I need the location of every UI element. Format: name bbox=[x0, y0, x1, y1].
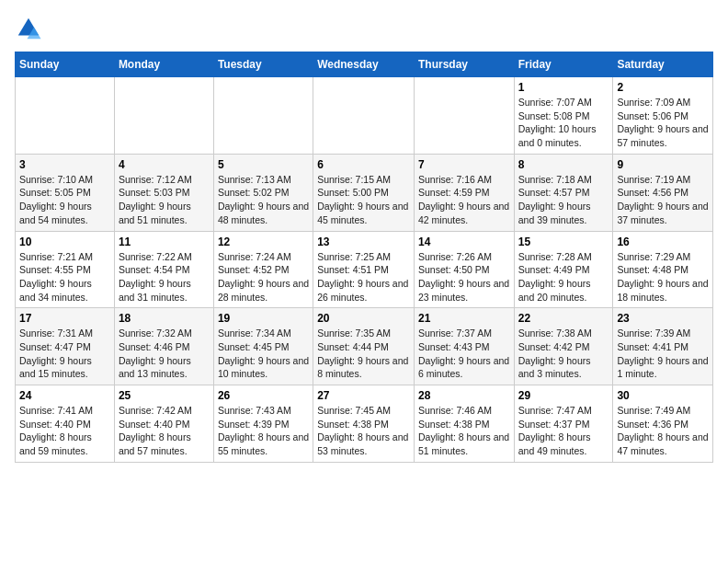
day-info: Sunrise: 7:34 AM Sunset: 4:45 PM Dayligh… bbox=[218, 327, 309, 381]
calendar-cell: 13Sunrise: 7:25 AM Sunset: 4:51 PM Dayli… bbox=[313, 231, 415, 308]
day-number: 24 bbox=[19, 389, 110, 402]
calendar-cell: 1Sunrise: 7:07 AM Sunset: 5:08 PM Daylig… bbox=[514, 77, 613, 155]
calendar-cell: 27Sunrise: 7:45 AM Sunset: 4:38 PM Dayli… bbox=[313, 385, 415, 463]
day-info: Sunrise: 7:39 AM Sunset: 4:41 PM Dayligh… bbox=[617, 327, 709, 381]
day-number: 22 bbox=[518, 312, 609, 325]
day-info: Sunrise: 7:10 AM Sunset: 5:05 PM Dayligh… bbox=[19, 173, 110, 227]
calendar-cell: 12Sunrise: 7:24 AM Sunset: 4:52 PM Dayli… bbox=[213, 231, 313, 308]
calendar-week-3: 10Sunrise: 7:21 AM Sunset: 4:55 PM Dayli… bbox=[16, 231, 713, 308]
day-info: Sunrise: 7:29 AM Sunset: 4:48 PM Dayligh… bbox=[617, 250, 709, 304]
calendar-cell: 18Sunrise: 7:32 AM Sunset: 4:46 PM Dayli… bbox=[114, 308, 213, 385]
day-info: Sunrise: 7:24 AM Sunset: 4:52 PM Dayligh… bbox=[218, 250, 309, 304]
day-info: Sunrise: 7:15 AM Sunset: 5:00 PM Dayligh… bbox=[317, 173, 410, 227]
logo-icon bbox=[15, 15, 42, 42]
weekday-header-friday: Friday bbox=[514, 52, 613, 77]
day-info: Sunrise: 7:32 AM Sunset: 4:46 PM Dayligh… bbox=[119, 327, 210, 381]
day-number: 5 bbox=[218, 158, 309, 171]
day-number: 14 bbox=[418, 236, 510, 248]
calendar-cell: 30Sunrise: 7:49 AM Sunset: 4:36 PM Dayli… bbox=[613, 385, 713, 463]
calendar-cell: 10Sunrise: 7:21 AM Sunset: 4:55 PM Dayli… bbox=[16, 231, 115, 308]
day-info: Sunrise: 7:45 AM Sunset: 4:38 PM Dayligh… bbox=[317, 404, 410, 458]
day-info: Sunrise: 7:37 AM Sunset: 4:43 PM Dayligh… bbox=[418, 327, 510, 381]
day-number: 17 bbox=[19, 312, 110, 325]
calendar-cell bbox=[213, 77, 313, 155]
weekday-header-thursday: Thursday bbox=[414, 52, 514, 77]
calendar-cell: 6Sunrise: 7:15 AM Sunset: 5:00 PM Daylig… bbox=[313, 154, 415, 231]
calendar-cell: 2Sunrise: 7:09 AM Sunset: 5:06 PM Daylig… bbox=[613, 77, 713, 155]
day-number: 11 bbox=[119, 236, 210, 248]
calendar-cell bbox=[414, 77, 514, 155]
day-number: 1 bbox=[518, 81, 609, 94]
calendar-cell: 26Sunrise: 7:43 AM Sunset: 4:39 PM Dayli… bbox=[213, 385, 313, 463]
day-info: Sunrise: 7:25 AM Sunset: 4:51 PM Dayligh… bbox=[317, 250, 410, 304]
day-info: Sunrise: 7:19 AM Sunset: 4:56 PM Dayligh… bbox=[617, 173, 709, 227]
weekday-header-saturday: Saturday bbox=[613, 52, 713, 77]
day-number: 29 bbox=[518, 389, 609, 402]
day-info: Sunrise: 7:16 AM Sunset: 4:59 PM Dayligh… bbox=[418, 173, 510, 227]
weekday-header-sunday: Sunday bbox=[16, 52, 115, 77]
calendar-cell: 7Sunrise: 7:16 AM Sunset: 4:59 PM Daylig… bbox=[414, 154, 514, 231]
calendar-cell: 16Sunrise: 7:29 AM Sunset: 4:48 PM Dayli… bbox=[613, 231, 713, 308]
calendar-cell: 17Sunrise: 7:31 AM Sunset: 4:47 PM Dayli… bbox=[16, 308, 115, 385]
day-number: 9 bbox=[617, 158, 709, 171]
calendar-cell: 3Sunrise: 7:10 AM Sunset: 5:05 PM Daylig… bbox=[16, 154, 115, 231]
calendar-cell: 8Sunrise: 7:18 AM Sunset: 4:57 PM Daylig… bbox=[514, 154, 613, 231]
day-info: Sunrise: 7:13 AM Sunset: 5:02 PM Dayligh… bbox=[218, 173, 309, 227]
calendar-header: SundayMondayTuesdayWednesdayThursdayFrid… bbox=[16, 52, 713, 77]
day-info: Sunrise: 7:28 AM Sunset: 4:49 PM Dayligh… bbox=[518, 250, 609, 304]
day-info: Sunrise: 7:26 AM Sunset: 4:50 PM Dayligh… bbox=[418, 250, 510, 304]
day-info: Sunrise: 7:38 AM Sunset: 4:42 PM Dayligh… bbox=[518, 327, 609, 381]
calendar-cell: 25Sunrise: 7:42 AM Sunset: 4:40 PM Dayli… bbox=[114, 385, 213, 463]
day-number: 19 bbox=[218, 312, 309, 325]
day-number: 10 bbox=[19, 236, 110, 248]
day-info: Sunrise: 7:35 AM Sunset: 4:44 PM Dayligh… bbox=[317, 327, 410, 381]
calendar-week-2: 3Sunrise: 7:10 AM Sunset: 5:05 PM Daylig… bbox=[16, 154, 713, 231]
day-info: Sunrise: 7:12 AM Sunset: 5:03 PM Dayligh… bbox=[119, 173, 210, 227]
day-number: 30 bbox=[617, 389, 709, 402]
day-info: Sunrise: 7:22 AM Sunset: 4:54 PM Dayligh… bbox=[119, 250, 210, 304]
calendar-table: SundayMondayTuesdayWednesdayThursdayFrid… bbox=[15, 52, 713, 463]
day-info: Sunrise: 7:21 AM Sunset: 4:55 PM Dayligh… bbox=[19, 250, 110, 304]
day-info: Sunrise: 7:46 AM Sunset: 4:38 PM Dayligh… bbox=[418, 404, 510, 458]
calendar-week-5: 24Sunrise: 7:41 AM Sunset: 4:40 PM Dayli… bbox=[16, 385, 713, 463]
day-info: Sunrise: 7:31 AM Sunset: 4:47 PM Dayligh… bbox=[19, 327, 110, 381]
day-number: 16 bbox=[617, 236, 709, 248]
day-number: 18 bbox=[119, 312, 210, 325]
day-number: 7 bbox=[418, 158, 510, 171]
day-info: Sunrise: 7:49 AM Sunset: 4:36 PM Dayligh… bbox=[617, 404, 709, 458]
calendar-cell: 24Sunrise: 7:41 AM Sunset: 4:40 PM Dayli… bbox=[16, 385, 115, 463]
day-number: 8 bbox=[518, 158, 609, 171]
day-number: 15 bbox=[518, 236, 609, 248]
calendar-cell: 14Sunrise: 7:26 AM Sunset: 4:50 PM Dayli… bbox=[414, 231, 514, 308]
day-number: 25 bbox=[119, 389, 210, 402]
calendar-cell: 29Sunrise: 7:47 AM Sunset: 4:37 PM Dayli… bbox=[514, 385, 613, 463]
calendar-week-4: 17Sunrise: 7:31 AM Sunset: 4:47 PM Dayli… bbox=[16, 308, 713, 385]
day-number: 13 bbox=[317, 236, 410, 248]
calendar-cell: 4Sunrise: 7:12 AM Sunset: 5:03 PM Daylig… bbox=[114, 154, 213, 231]
calendar-cell bbox=[16, 77, 115, 155]
calendar-cell: 19Sunrise: 7:34 AM Sunset: 4:45 PM Dayli… bbox=[213, 308, 313, 385]
day-info: Sunrise: 7:09 AM Sunset: 5:06 PM Dayligh… bbox=[617, 96, 709, 150]
day-number: 4 bbox=[119, 158, 210, 171]
day-info: Sunrise: 7:47 AM Sunset: 4:37 PM Dayligh… bbox=[518, 404, 609, 458]
calendar-cell: 20Sunrise: 7:35 AM Sunset: 4:44 PM Dayli… bbox=[313, 308, 415, 385]
calendar-cell: 28Sunrise: 7:46 AM Sunset: 4:38 PM Dayli… bbox=[414, 385, 514, 463]
calendar-cell bbox=[313, 77, 415, 155]
header bbox=[15, 15, 713, 42]
weekday-header-wednesday: Wednesday bbox=[313, 52, 415, 77]
day-number: 3 bbox=[19, 158, 110, 171]
day-number: 26 bbox=[218, 389, 309, 402]
weekday-header-monday: Monday bbox=[114, 52, 213, 77]
day-info: Sunrise: 7:07 AM Sunset: 5:08 PM Dayligh… bbox=[518, 96, 609, 150]
logo bbox=[15, 15, 46, 42]
calendar-cell bbox=[114, 77, 213, 155]
day-number: 6 bbox=[317, 158, 410, 171]
day-number: 21 bbox=[418, 312, 510, 325]
calendar-cell: 22Sunrise: 7:38 AM Sunset: 4:42 PM Dayli… bbox=[514, 308, 613, 385]
day-number: 27 bbox=[317, 389, 410, 402]
calendar-cell: 23Sunrise: 7:39 AM Sunset: 4:41 PM Dayli… bbox=[613, 308, 713, 385]
calendar-week-1: 1Sunrise: 7:07 AM Sunset: 5:08 PM Daylig… bbox=[16, 77, 713, 155]
day-info: Sunrise: 7:18 AM Sunset: 4:57 PM Dayligh… bbox=[518, 173, 609, 227]
day-info: Sunrise: 7:41 AM Sunset: 4:40 PM Dayligh… bbox=[19, 404, 110, 458]
day-number: 12 bbox=[218, 236, 309, 248]
